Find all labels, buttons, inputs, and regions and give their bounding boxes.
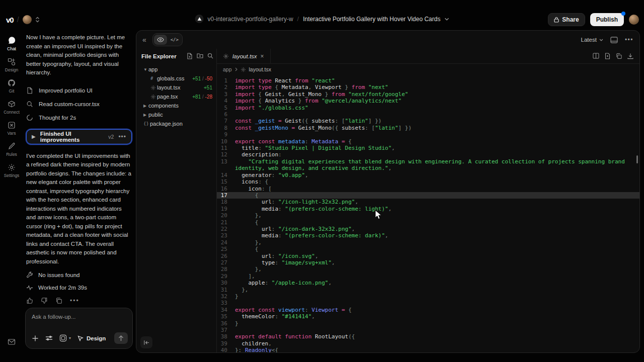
task-card-menu-icon[interactable]: •••: [118, 133, 126, 140]
collapse-sidebar-button[interactable]: [140, 336, 152, 348]
code-line-15[interactable]: 15 icons: {: [217, 178, 639, 185]
code-line-5[interactable]: 5import "./globals.css": [217, 105, 639, 111]
code-line-8[interactable]: 8const _geistMono = Geist_Mono({ subsets…: [217, 125, 639, 131]
browser-window-icon[interactable]: [610, 37, 618, 43]
feedback-mail-button[interactable]: [0, 338, 23, 346]
tab-layout-tsx[interactable]: layout.tsx ×: [217, 49, 271, 64]
thumbs-down-icon[interactable]: [41, 297, 48, 304]
file-history-icon[interactable]: [605, 53, 610, 59]
tree-folder-components[interactable]: ▶components: [141, 101, 213, 110]
agent-step[interactable]: Thought for 2s: [26, 111, 132, 125]
rail-item-chat[interactable]: Chat: [0, 33, 23, 54]
code-line-37[interactable]: 37: [217, 327, 639, 333]
code-line-23[interactable]: 23 media: "(prefers-color-scheme: dark)"…: [217, 232, 639, 239]
code-line-36[interactable]: 36}: [217, 320, 639, 327]
thumbs-up-icon[interactable]: [26, 297, 33, 304]
copy-icon[interactable]: [616, 53, 622, 59]
card-menu-icon[interactable]: •••: [625, 36, 633, 43]
code-line-1[interactable]: 1import type React from "react": [217, 77, 639, 84]
code-line-21[interactable]: 21 {: [217, 219, 639, 226]
close-tab-icon[interactable]: ×: [261, 53, 264, 60]
code-editor[interactable]: 1import type React from "react"2import t…: [217, 75, 639, 352]
followup-composer[interactable]: Ask a follow-up... ▾ Design: [25, 308, 133, 349]
code-line-30[interactable]: 30 apple: "/apple-icon.png",: [217, 280, 639, 286]
rail-item-connect[interactable]: Connect: [0, 97, 23, 118]
rail-item-rules[interactable]: Rules: [0, 139, 23, 160]
code-line-12[interactable]: 12 description:: [217, 151, 639, 158]
code-view-icon[interactable]: </>: [168, 35, 181, 45]
preview-eye-icon[interactable]: [154, 35, 167, 45]
tree-folder-public[interactable]: ▶public: [141, 110, 213, 119]
send-button[interactable]: [114, 332, 128, 344]
code-line-18[interactable]: 18 url: "/icon-light-32x32.png",: [217, 199, 639, 205]
code-line-35[interactable]: 35 themeColor: "#141414",: [217, 313, 639, 320]
copy-icon[interactable]: [55, 297, 62, 304]
rail-item-settings[interactable]: Settings: [0, 160, 23, 181]
tree-folder-app[interactable]: ▼app: [141, 65, 213, 74]
design-mode-button[interactable]: Design: [77, 335, 106, 341]
attach-plus-icon[interactable]: [32, 335, 39, 342]
code-line-33[interactable]: 33: [217, 300, 639, 306]
share-button[interactable]: Share: [548, 13, 585, 26]
collapse-panel-icon[interactable]: «: [142, 36, 146, 44]
code-line-10[interactable]: 10export const metadata: Metadata = {: [217, 138, 639, 145]
breadcrumb-project[interactable]: v0-interactive-portfolio-gallery-w: [208, 16, 293, 23]
code-line-24[interactable]: 24 },: [217, 239, 639, 246]
publish-button[interactable]: Publish: [590, 13, 624, 26]
code-line-2[interactable]: 2import type { Metadata, Viewport } from…: [217, 84, 639, 90]
breadcrumb-chat-title[interactable]: Interactive Portfolio Gallery with Hover…: [303, 16, 440, 23]
code-line-9[interactable]: 9: [217, 131, 639, 138]
code-line-13[interactable]: 13 "Crafting digital experiences that bl…: [217, 158, 639, 172]
code-line-16[interactable]: 16 icon: [: [217, 186, 639, 192]
code-line-25[interactable]: 25 {: [217, 246, 639, 252]
code-line-39[interactable]: 39 children,: [217, 340, 639, 347]
chevron-up-down-icon[interactable]: [35, 17, 40, 23]
code-line-11[interactable]: 11 title: "Studio Pixel | Digital Design…: [217, 145, 639, 151]
user-avatar[interactable]: [629, 15, 639, 25]
code-line-34[interactable]: 34export const viewport: Viewport = {: [217, 307, 639, 313]
split-editor-icon[interactable]: [593, 53, 599, 59]
code-line-26[interactable]: 26 url: "/icon.svg",: [217, 253, 639, 259]
code-line-4[interactable]: 4import { Analytics } from "@vercel/anal…: [217, 98, 639, 104]
more-options-icon[interactable]: •••: [70, 297, 79, 304]
code-line-27[interactable]: 27 type: "image/svg+xml",: [217, 259, 639, 266]
code-line-31[interactable]: 31 },: [217, 287, 639, 293]
agent-step[interactable]: Read custom-cursor.tsx: [26, 98, 132, 111]
tree-file-page-tsx[interactable]: page.tsx+81 / -28: [141, 92, 213, 101]
download-icon[interactable]: [627, 53, 633, 59]
code-line-40[interactable]: 40}: Readonly<{: [217, 347, 639, 352]
new-folder-icon[interactable]: [197, 53, 203, 59]
code-line-7[interactable]: 7const _geist = Geist({ subsets: ["latin…: [217, 118, 639, 124]
composer-placeholder[interactable]: Ask a follow-up...: [32, 314, 126, 320]
agent-step[interactable]: Improved portfolio UI: [26, 84, 132, 98]
workspace-avatar[interactable]: [23, 15, 32, 24]
version-selector[interactable]: Latest: [581, 37, 603, 43]
code-line-28[interactable]: 28 },: [217, 266, 639, 273]
code-line-38[interactable]: 38export default function RootLayout({: [217, 333, 639, 340]
chevron-down-icon[interactable]: [444, 18, 449, 21]
tree-file-globals-css[interactable]: #globals.css+51 / -50: [141, 74, 213, 83]
tree-file-layout-tsx[interactable]: layout.tsx+51: [141, 83, 213, 92]
code-line-32[interactable]: 32}: [217, 293, 639, 300]
settings-sliders-icon[interactable]: [45, 335, 53, 341]
rail-item-design[interactable]: Design: [0, 54, 23, 75]
code-line-6[interactable]: 6: [217, 111, 639, 118]
scrollbar-thumb[interactable]: [636, 155, 638, 163]
code-line-22[interactable]: 22 url: "/icon-dark-32x32.png",: [217, 226, 639, 232]
code-line-19[interactable]: 19 media: "(prefers-color-scheme: light)…: [217, 206, 639, 212]
v0-logo[interactable]: v0: [6, 16, 14, 24]
search-icon[interactable]: [207, 53, 213, 59]
new-file-icon[interactable]: [187, 53, 193, 59]
code-line-3[interactable]: 3import { Geist, Geist_Mono } from "next…: [217, 91, 639, 98]
rail-item-git[interactable]: Git: [0, 75, 23, 97]
tree-file-package-json[interactable]: {}package.json: [141, 119, 213, 128]
code-line-14[interactable]: 14 generator: "v0.app",: [217, 172, 639, 178]
code-line-20[interactable]: 20 },: [217, 212, 639, 219]
task-card-finished-ui-improvements[interactable]: ▶ Finished UI improvements v2 •••: [26, 129, 132, 144]
media-picker[interactable]: ▾: [59, 334, 71, 342]
breadcrumb-folder[interactable]: app: [223, 66, 232, 72]
code-line-17[interactable]: 17 {: [217, 192, 639, 199]
code-line-29[interactable]: 29 ],: [217, 273, 639, 280]
rail-item-vars[interactable]: Vars: [0, 118, 23, 139]
breadcrumb-file[interactable]: layout.tsx: [249, 66, 271, 72]
